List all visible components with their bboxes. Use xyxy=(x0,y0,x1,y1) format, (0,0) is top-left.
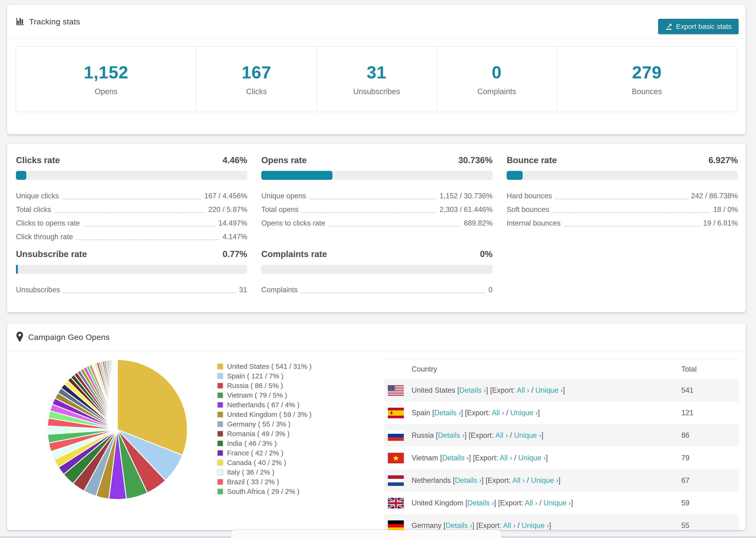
rate-row: Unsubscribes31 xyxy=(16,283,247,297)
stats-summary-row: 1,152Opens167Clicks31Unsubscribes0Compla… xyxy=(16,46,737,112)
flag-icon-de xyxy=(385,520,411,530)
export-unique-link[interactable]: Unique › xyxy=(522,521,549,529)
legend-swatch xyxy=(217,373,223,379)
rate-row-label: Click through rate xyxy=(16,233,73,241)
legend-item-br: Brazil ( 33 / 2% ) xyxy=(217,477,311,487)
rate-row-label: Internal bounces xyxy=(507,219,561,228)
flag-icon-gb xyxy=(385,498,411,509)
details-link[interactable]: Details › xyxy=(442,454,469,462)
rate-row-label: Clicks to opens rate xyxy=(16,219,80,228)
stat-value: 279 xyxy=(632,62,662,82)
rate-section-clicks-rate: Clicks rate4.46% Unique clicks167 / 4.45… xyxy=(16,155,247,243)
legend-item-in: India ( 46 / 3% ) xyxy=(217,439,311,448)
export-unique-link[interactable]: Unique › xyxy=(514,431,541,439)
legend-item-za: South Africa ( 29 / 2% ) xyxy=(217,487,311,496)
export-all-link[interactable]: All › xyxy=(517,386,529,394)
stat-value: 0 xyxy=(492,62,502,82)
rate-progress-bar xyxy=(507,171,738,180)
export-unique-link[interactable]: Unique › xyxy=(510,409,538,417)
pie-legend: United States ( 541 / 31% )Spain ( 121 /… xyxy=(217,361,311,496)
rate-row: Click through rate4.147% xyxy=(16,230,247,243)
rate-row-value: 689.82% xyxy=(464,219,493,228)
rate-row-value: 19 / 6.81% xyxy=(703,219,738,228)
flag-icon-nl xyxy=(385,475,411,486)
export-unique-link[interactable]: Unique › xyxy=(535,386,563,394)
export-all-link[interactable]: All › xyxy=(512,476,525,484)
legend-item-ro: Romania ( 49 / 3% ) xyxy=(217,429,311,439)
geo-table-row-us: United States [Details ›] [Export: All ›… xyxy=(385,379,739,402)
geo-table-header-country: Country xyxy=(411,365,681,373)
rate-title: Unsubscribe rate xyxy=(16,249,87,259)
flag-icon-es xyxy=(385,408,411,418)
legend-swatch xyxy=(217,469,223,475)
rate-row: Soft bounces18 / 0% xyxy=(507,203,738,216)
details-link[interactable]: Details › xyxy=(455,476,482,484)
export-all-link[interactable]: All › xyxy=(503,521,515,529)
legend-swatch xyxy=(217,440,223,447)
dotted-leader xyxy=(83,226,215,227)
rate-title: Clicks rate xyxy=(16,155,60,165)
geo-row-country: United Kingdom [Details ›] [Export: All … xyxy=(411,499,681,507)
geo-table-row-vn: Vietnam [Details ›] [Export: All › / Uni… xyxy=(385,447,739,469)
export-unique-link[interactable]: Unique › xyxy=(531,476,558,484)
geo-row-country: Netherlands [Details ›] [Export: All › /… xyxy=(411,476,681,485)
export-all-link[interactable]: All › xyxy=(500,454,512,462)
legend-item-de: Germany ( 55 / 3% ) xyxy=(217,419,311,429)
legend-swatch xyxy=(217,459,223,466)
export-unique-link[interactable]: Unique › xyxy=(518,454,546,462)
dotted-leader xyxy=(555,198,688,199)
rate-row-value: 18 / 0% xyxy=(713,205,738,214)
rate-value: 30.736% xyxy=(458,155,493,165)
details-link[interactable]: Details › xyxy=(438,431,465,439)
rate-value: 0% xyxy=(480,249,493,259)
rate-title: Complaints rate xyxy=(261,249,327,259)
geo-table-row-de: Germany [Details ›] [Export: All › / Uni… xyxy=(385,514,739,530)
dotted-leader xyxy=(564,226,700,227)
rate-row-label: Opens to clicks rate xyxy=(261,219,325,228)
stat-value: 167 xyxy=(242,62,271,82)
dotted-leader xyxy=(553,212,710,213)
geo-table-row-nl: Netherlands [Details ›] [Export: All › /… xyxy=(385,469,739,492)
details-link[interactable]: Details › xyxy=(446,521,472,529)
legend-label: United Kingdom ( 59 / 3% ) xyxy=(227,410,311,418)
legend-label: Spain ( 121 / 7% ) xyxy=(227,372,283,380)
geo-row-country: Vietnam [Details ›] [Export: All › / Uni… xyxy=(411,454,681,462)
legend-label: Romania ( 49 / 3% ) xyxy=(227,430,290,438)
legend-swatch xyxy=(217,450,223,456)
export-all-link[interactable]: All › xyxy=(492,409,504,417)
rate-row-value: 2,303 / 61.446% xyxy=(440,205,493,214)
legend-swatch xyxy=(217,431,223,437)
legend-label: Vietnam ( 79 / 5% ) xyxy=(227,391,287,399)
geo-table-header-total: Total xyxy=(681,365,739,373)
flag-icon-us xyxy=(385,385,411,396)
map-pin-icon xyxy=(16,331,24,343)
details-link[interactable]: Details › xyxy=(459,386,486,394)
legend-swatch xyxy=(217,421,223,427)
legend-item-fr: France ( 42 / 2% ) xyxy=(217,448,311,458)
rate-section-bounce-rate: Bounce rate6.927% Hard bounces242 / 86.7… xyxy=(507,155,738,230)
export-all-link[interactable]: All › xyxy=(525,499,537,507)
export-all-link[interactable]: All › xyxy=(495,431,508,439)
rate-row: Opens to clicks rate689.82% xyxy=(261,216,493,230)
legend-label: France ( 42 / 2% ) xyxy=(227,449,283,457)
legend-label: Germany ( 55 / 3% ) xyxy=(227,420,291,428)
rate-value: 0.77% xyxy=(223,249,247,259)
campaign-geo-opens-card: Campaign Geo Opens United States ( 541 /… xyxy=(7,323,746,530)
geo-table-header: CountryTotal xyxy=(385,359,739,379)
dotted-leader xyxy=(63,293,236,293)
dotted-leader xyxy=(309,198,436,199)
export-unique-link[interactable]: Unique › xyxy=(544,499,571,507)
details-link[interactable]: Details › xyxy=(434,409,461,417)
dotted-leader xyxy=(328,226,460,227)
details-link[interactable]: Details › xyxy=(467,499,494,507)
export-basic-stats-button[interactable]: Export basic stats xyxy=(658,19,739,34)
legend-item-gb: United Kingdom ( 59 / 3% ) xyxy=(217,409,311,419)
bottom-overlay-bar xyxy=(231,530,502,538)
stat-label: Unsubscribes xyxy=(353,87,400,96)
rate-row: Complaints0 xyxy=(261,283,493,297)
rate-row: Internal bounces19 / 6.81% xyxy=(507,216,738,230)
legend-swatch xyxy=(217,402,223,408)
rate-title: Opens rate xyxy=(261,155,307,165)
dotted-leader xyxy=(302,212,436,213)
legend-swatch xyxy=(217,479,223,485)
